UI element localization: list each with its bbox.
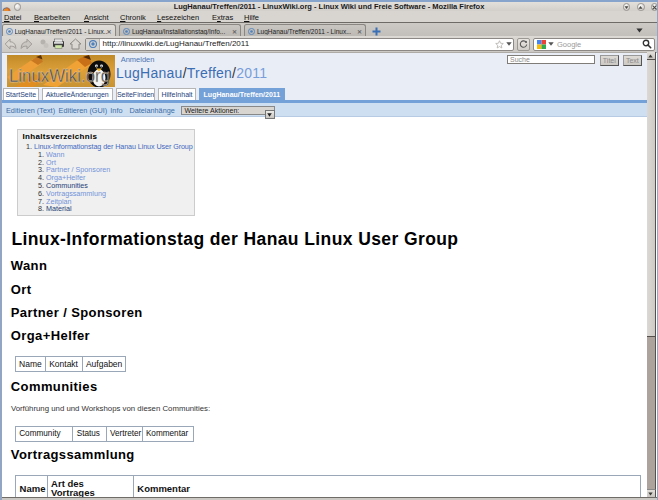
svg-text:LinuxWiki.org: LinuxWiki.org [9, 65, 110, 86]
